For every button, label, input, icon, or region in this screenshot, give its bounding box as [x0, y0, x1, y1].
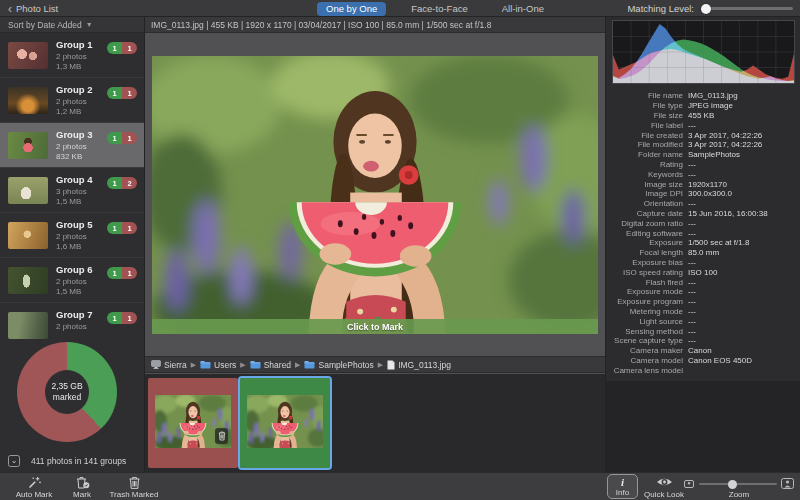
- group-size: 1,5 MB: [56, 287, 81, 296]
- eye-icon: [656, 476, 673, 488]
- metadata-row: File label---: [606, 120, 800, 130]
- group-size: 832 KB: [56, 152, 82, 161]
- info-panel: File nameIMG_0113.jpgFile typeJPEG image…: [605, 17, 800, 472]
- group-thumbnail: [8, 312, 48, 339]
- matching-level-knob[interactable]: [701, 4, 711, 14]
- tab-all-in-one[interactable]: All-in-One: [493, 2, 553, 16]
- metadata-value: ---: [688, 287, 696, 296]
- trash-marked-button[interactable]: Trash Marked: [104, 474, 164, 500]
- auto-mark-button[interactable]: Auto Mark: [8, 474, 60, 500]
- metadata-label: Exposure program: [606, 297, 683, 306]
- panel-empty-area: [606, 381, 800, 472]
- photos-count-label: 411 photos in 141 groups: [31, 456, 126, 466]
- metadata-row: Rating---: [606, 160, 800, 170]
- folder-icon: [250, 360, 261, 369]
- breadcrumb-item[interactable]: IMG_0113.jpg: [387, 360, 451, 370]
- trash-marked-label: Trash Marked: [109, 490, 158, 499]
- metadata-row: ISO speed ratingISO 100: [606, 267, 800, 277]
- marked-count-badge: 1: [122, 222, 137, 234]
- metadata-row: Light source---: [606, 316, 800, 326]
- quick-look-button[interactable]: Quick Look: [641, 474, 687, 500]
- tab-face-to-face[interactable]: Face-to-Face: [402, 2, 477, 16]
- marked-count-badge: 2: [122, 177, 137, 189]
- metadata-row: Editing software---: [606, 228, 800, 238]
- breadcrumb-item[interactable]: Sierra: [151, 360, 187, 370]
- metadata-value: 300.0x300.0: [688, 189, 732, 198]
- breadcrumb-item[interactable]: SamplePhotos: [304, 360, 373, 370]
- thumbnail-card-marked[interactable]: [148, 378, 238, 468]
- breadcrumb-item[interactable]: Shared: [250, 360, 291, 370]
- group-name: Group 4: [56, 174, 92, 185]
- metadata-label: ISO speed rating: [606, 268, 683, 277]
- breadcrumb-label: Shared: [264, 360, 291, 370]
- tab-one-by-one[interactable]: One by One: [317, 2, 386, 16]
- metadata-row: Flash fired---: [606, 277, 800, 287]
- zoom-knob[interactable]: [728, 480, 737, 489]
- matching-level-control: Matching Level:: [627, 0, 793, 17]
- metadata-row: Sensing method---: [606, 326, 800, 336]
- group-photo-count: 2 photos: [56, 52, 87, 61]
- metadata-value: ---: [688, 327, 696, 336]
- main-photo[interactable]: [152, 56, 598, 334]
- group-row[interactable]: Group 62 photos1,5 MB11: [0, 258, 144, 303]
- metadata-label: Focal length: [606, 248, 683, 257]
- select-all-checkbox[interactable]: ⌄: [8, 455, 20, 467]
- metadata-label: Digital zoom ratio: [606, 219, 683, 228]
- image-info-bar: IMG_0113.jpg | 455 KB | 1920 x 1170 | 03…: [145, 17, 605, 33]
- group-row[interactable]: Group 52 photos1,6 MB11: [0, 213, 144, 258]
- group-row[interactable]: Group 32 photos832 KB11: [0, 123, 144, 168]
- group-thumbnail: [8, 42, 48, 69]
- thumbnail-photo: [247, 395, 323, 448]
- magic-wand-icon: [27, 476, 41, 489]
- metadata-label: Image size: [606, 180, 683, 189]
- metadata-row: Keywords---: [606, 169, 800, 179]
- breadcrumb-item[interactable]: Users: [200, 360, 236, 370]
- group-thumbnail: [8, 87, 48, 114]
- metadata-label: Camera model: [606, 356, 683, 365]
- zoom-slider[interactable]: [699, 483, 777, 485]
- info-button[interactable]: i Info: [607, 474, 638, 499]
- back-label: Photo List: [16, 3, 58, 14]
- mark-button[interactable]: Mark: [66, 474, 98, 500]
- mark-label: Mark: [73, 490, 91, 499]
- back-button[interactable]: ‹ Photo List: [8, 0, 58, 17]
- group-name: Group 7: [56, 309, 92, 320]
- metadata-value: ---: [688, 336, 696, 345]
- group-thumbnail: [8, 177, 48, 204]
- group-photo-count: 2 photos: [56, 142, 87, 151]
- group-row[interactable]: Group 12 photos1,3 MB11: [0, 33, 144, 78]
- metadata-value: 3 Apr 2017, 04:22:26: [688, 131, 762, 140]
- marked-count-badge: 1: [122, 312, 137, 324]
- metadata-row: Capture date15 Jun 2016, 16:00:38: [606, 209, 800, 219]
- metadata-value: ---: [688, 229, 696, 238]
- marked-count-badge: 1: [122, 42, 137, 54]
- group-size: 1,5 MB: [56, 197, 81, 206]
- click-to-mark-bar[interactable]: Click to Mark: [152, 319, 598, 334]
- group-photo-count: 2 photos: [56, 277, 87, 286]
- metadata-value: ---: [688, 307, 696, 316]
- breadcrumb: Sierra▶Users▶Shared▶SamplePhotos▶IMG_011…: [145, 356, 605, 373]
- group-row[interactable]: Group 72 photos11: [0, 303, 144, 342]
- matching-level-slider[interactable]: [701, 7, 793, 10]
- metadata-row: Orientation---: [606, 199, 800, 209]
- metadata-row: File typeJPEG image: [606, 101, 800, 111]
- metadata-label: Scene capture type: [606, 336, 683, 345]
- thumbnail-card-kept[interactable]: [240, 378, 330, 468]
- group-photo-count: 2 photos: [56, 322, 87, 331]
- histogram-svg: [613, 21, 794, 83]
- group-size: 1,3 MB: [56, 62, 81, 71]
- matching-level-label: Matching Level:: [627, 3, 694, 14]
- group-row[interactable]: Group 22 photos1,2 MB11: [0, 78, 144, 123]
- kept-count-badge: 1: [107, 177, 122, 189]
- metadata-label: Camera lens model: [606, 366, 683, 375]
- computer-icon: [151, 360, 161, 369]
- group-row[interactable]: Group 43 photos1,5 MB12: [0, 168, 144, 213]
- metadata-label: Flash fired: [606, 278, 683, 287]
- metadata-row: Camera modelCanon EOS 450D: [606, 356, 800, 366]
- info-icon: i: [621, 477, 624, 488]
- marked-storage-donut: 2,35 GB marked: [17, 342, 117, 442]
- kept-count-badge: 1: [107, 87, 122, 99]
- metadata-label: File label: [606, 121, 683, 130]
- sort-dropdown[interactable]: Sort by Date Added ▼: [0, 17, 144, 33]
- metadata-label: Editing software: [606, 229, 683, 238]
